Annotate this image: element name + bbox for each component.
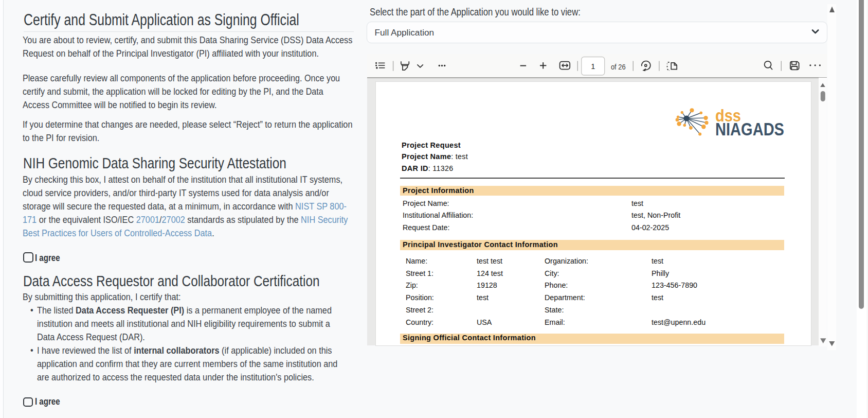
- svg-text:of 26: of 26: [611, 62, 626, 71]
- svg-text:1: 1: [591, 62, 595, 71]
- svg-text:NIAGADS: NIAGADS: [715, 119, 784, 139]
